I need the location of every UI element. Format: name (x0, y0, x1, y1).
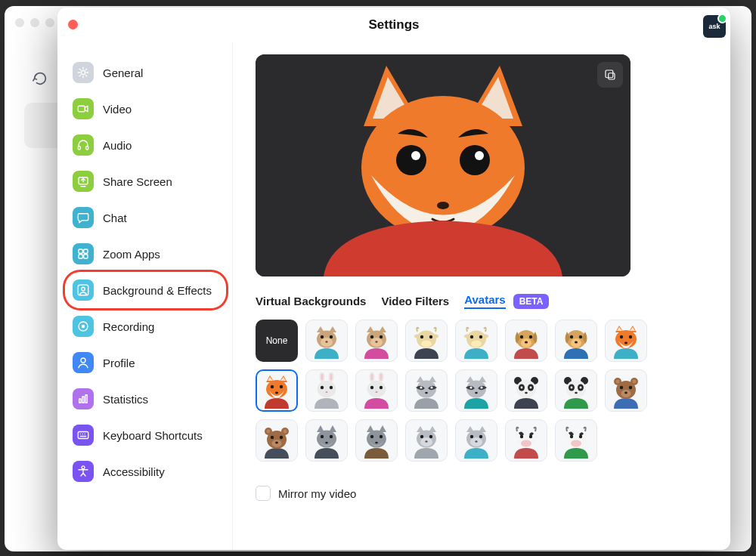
settings-window: Settings ask General Video Audio Share S… (57, 8, 730, 550)
svg-point-76 (326, 391, 328, 393)
svg-point-22 (411, 151, 420, 160)
svg-rect-7 (79, 255, 82, 258)
sidebar-item-accessibility[interactable]: Accessibility (65, 453, 226, 490)
sidebar-item-label: Recording (103, 320, 154, 333)
svg-point-138 (429, 435, 432, 438)
sidebar-item-label: Keyboard Shortcuts (103, 429, 203, 442)
tab-avatars[interactable]: Avatars (464, 293, 505, 309)
window-title: Settings (368, 17, 419, 32)
avatar-tile-cat[interactable] (355, 320, 398, 362)
avatar-tile-wolf[interactable] (355, 419, 398, 462)
svg-rect-9 (78, 285, 88, 295)
svg-rect-8 (84, 255, 88, 258)
svg-point-75 (330, 386, 333, 389)
sidebar-item-background-effects[interactable]: Background & Effects (65, 272, 226, 308)
apps-icon (73, 243, 94, 264)
avatar-tile-cat[interactable] (455, 419, 497, 462)
sidebar-item-audio[interactable]: Audio (65, 127, 226, 163)
sidebar-item-zoom-apps[interactable]: Zoom Apps (65, 236, 226, 272)
svg-point-150 (529, 435, 532, 438)
avatar-grid: None (256, 320, 709, 462)
svg-point-131 (367, 431, 386, 448)
avatar-tile-fox[interactable] (256, 369, 298, 412)
sidebar-item-chat[interactable]: Chat (65, 199, 226, 236)
sidebar-item-label: Audio (103, 139, 132, 152)
reload-icon[interactable] (32, 70, 48, 87)
avatar-none-tile[interactable]: None (256, 320, 298, 362)
avatar-tile-panda[interactable] (505, 369, 547, 412)
svg-point-10 (82, 287, 85, 291)
close-dot-icon[interactable] (68, 20, 78, 29)
gear-icon (73, 62, 94, 83)
avatar-tile-bear[interactable] (605, 369, 647, 412)
svg-rect-5 (79, 249, 82, 253)
tab-video-filters[interactable]: Video Filters (381, 295, 449, 307)
avatar-tile-cow[interactable] (405, 320, 448, 362)
avatar-tile-cat[interactable] (405, 419, 448, 462)
svg-point-54 (529, 335, 532, 338)
avatar-tile-cat[interactable] (305, 320, 348, 362)
camera-icon (73, 98, 94, 119)
svg-rect-17 (78, 432, 88, 439)
svg-point-98 (521, 387, 523, 389)
svg-point-59 (579, 335, 582, 338)
record-icon (73, 316, 94, 337)
sidebar-item-statistics[interactable]: Statistics (65, 381, 226, 417)
svg-point-53 (520, 335, 523, 338)
main-pane: Virtual BackgroundsVideo FiltersAvatarsB… (233, 42, 730, 550)
svg-point-37 (380, 335, 383, 338)
tab-virtual-backgrounds[interactable]: Virtual Backgrounds (256, 295, 366, 307)
sidebar-item-label: Share Screen (103, 175, 172, 188)
svg-point-117 (624, 392, 627, 394)
svg-point-155 (570, 435, 573, 438)
avatar-tile-cow[interactable] (455, 320, 497, 362)
avatar-tile-cow2[interactable] (505, 419, 547, 462)
svg-point-133 (380, 435, 383, 438)
avatar-tile-bear[interactable] (256, 419, 298, 462)
svg-point-146 (514, 434, 520, 438)
svg-point-132 (370, 435, 373, 438)
headphones-icon (73, 134, 94, 156)
svg-point-143 (479, 435, 482, 438)
avatar-tile-racc[interactable] (455, 369, 497, 412)
svg-point-149 (520, 435, 523, 438)
svg-point-24 (475, 151, 484, 160)
avatar-tile-rabbit[interactable] (355, 369, 398, 412)
svg-point-127 (317, 431, 336, 448)
svg-point-83 (380, 386, 383, 389)
svg-rect-16 (85, 395, 87, 403)
svg-point-112 (633, 380, 637, 384)
sidebar-item-recording[interactable]: Recording (65, 308, 226, 344)
mirror-checkbox[interactable] (256, 486, 271, 501)
svg-point-62 (620, 335, 623, 338)
mirror-label: Mirror my video (278, 487, 356, 500)
avatar-tile-dog[interactable] (555, 320, 597, 362)
svg-rect-15 (82, 397, 84, 403)
svg-point-86 (420, 386, 422, 388)
sidebar-item-profile[interactable]: Profile (65, 344, 226, 381)
svg-point-65 (266, 380, 287, 398)
sidebar-item-keyboard-shortcuts[interactable]: Keyboard Shortcuts (65, 417, 226, 453)
svg-point-84 (376, 391, 378, 393)
sidebar-item-video[interactable]: Video (65, 91, 226, 127)
avatar-tile-cow2[interactable] (555, 419, 597, 462)
avatar-tile-wolf[interactable] (305, 419, 348, 462)
svg-point-68 (275, 392, 278, 394)
svg-rect-14 (79, 399, 81, 403)
avatar-tile-fox[interactable] (605, 320, 647, 362)
account-avatar[interactable]: ask (703, 15, 726, 38)
sidebar-item-label: Statistics (103, 393, 148, 406)
svg-point-99 (530, 387, 532, 389)
svg-point-139 (425, 440, 427, 442)
sidebar-item-label: Zoom Apps (103, 248, 160, 261)
svg-point-91 (480, 386, 482, 388)
avatar-tile-panda[interactable] (555, 369, 597, 412)
svg-point-71 (321, 374, 323, 381)
svg-point-49 (470, 335, 473, 338)
sidebar-item-share-screen[interactable]: Share Screen (65, 163, 226, 199)
avatar-tile-dog[interactable] (505, 320, 547, 362)
avatar-tile-racc[interactable] (405, 369, 448, 412)
avatar-tile-rabbit[interactable] (305, 369, 348, 412)
pop-out-button[interactable] (597, 62, 623, 88)
sidebar-item-general[interactable]: General (65, 54, 226, 91)
